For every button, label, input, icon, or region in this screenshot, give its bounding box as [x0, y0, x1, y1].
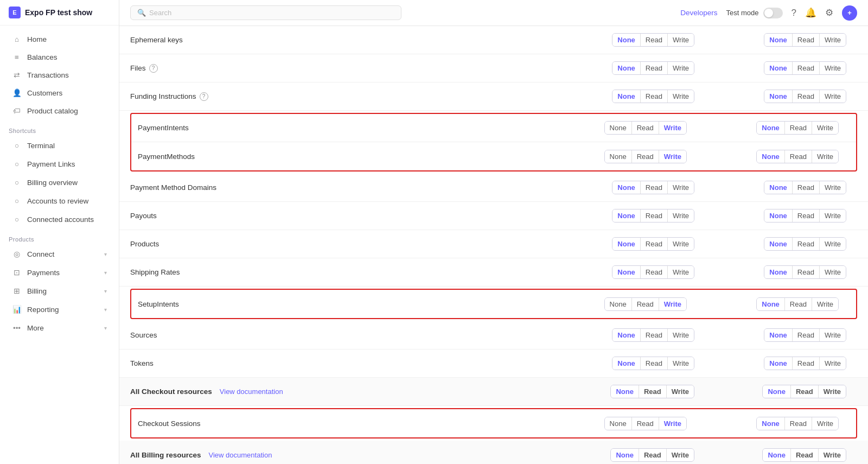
- perm-selector-col1-payment-intents[interactable]: None Read Write: [604, 121, 687, 135]
- perm-none[interactable]: None: [757, 150, 784, 163]
- perm-selector-col2-tokens[interactable]: None Read Write: [764, 357, 846, 370]
- perm-write[interactable]: Write: [659, 150, 686, 163]
- perm-read[interactable]: Read: [639, 385, 666, 398]
- perm-read[interactable]: Read: [790, 385, 818, 398]
- perm-selector-col1-ephemeral-keys[interactable]: None Read Write: [612, 33, 694, 47]
- perm-read[interactable]: Read: [640, 62, 667, 74]
- perm-write[interactable]: Write: [667, 238, 694, 250]
- avatar[interactable]: +: [842, 5, 857, 21]
- perm-none[interactable]: None: [612, 266, 640, 278]
- developers-link[interactable]: Developers: [680, 9, 717, 17]
- sidebar-item-home[interactable]: ⌂ Home: [3, 30, 116, 48]
- perm-selector-col1-tokens[interactable]: None Read Write: [612, 357, 694, 370]
- perm-read[interactable]: Read: [640, 238, 667, 250]
- perm-selector-col1-funding[interactable]: None Read Write: [612, 90, 694, 103]
- perm-read[interactable]: Read: [792, 34, 819, 46]
- perm-read[interactable]: Read: [640, 181, 667, 194]
- sidebar-item-payment-links[interactable]: ○ Payment Links: [3, 155, 116, 173]
- perm-read[interactable]: Read: [640, 329, 667, 341]
- perm-none[interactable]: None: [764, 62, 792, 74]
- sidebar-item-transactions[interactable]: ⇄ Transactions: [3, 66, 116, 84]
- perm-write[interactable]: Write: [812, 122, 838, 134]
- perm-none[interactable]: None: [605, 150, 631, 163]
- perm-none[interactable]: None: [757, 122, 784, 134]
- perm-none[interactable]: None: [764, 329, 792, 341]
- perm-write[interactable]: Write: [667, 34, 694, 46]
- perm-selector-col1-files[interactable]: None Read Write: [612, 61, 694, 75]
- perm-read[interactable]: Read: [640, 266, 667, 278]
- perm-write[interactable]: Write: [667, 209, 694, 222]
- settings-icon[interactable]: ⚙: [825, 7, 833, 18]
- perm-none[interactable]: None: [764, 357, 792, 370]
- app-logo[interactable]: E Expo FP test show: [0, 0, 119, 26]
- perm-write[interactable]: Write: [812, 150, 838, 163]
- perm-write[interactable]: Write: [659, 122, 686, 134]
- perm-write[interactable]: Write: [819, 181, 846, 194]
- perm-write[interactable]: Write: [812, 417, 838, 430]
- perm-selector-col1-checkout-sessions[interactable]: None Read Write: [604, 417, 687, 430]
- perm-none[interactable]: None: [764, 209, 792, 222]
- perm-read[interactable]: Read: [640, 357, 667, 370]
- perm-write[interactable]: Write: [818, 385, 846, 398]
- sidebar-item-terminal[interactable]: ○ Terminal: [3, 137, 116, 154]
- perm-read[interactable]: Read: [639, 449, 666, 461]
- help-icon[interactable]: ?: [792, 8, 796, 18]
- perm-none[interactable]: None: [612, 181, 640, 194]
- perm-none[interactable]: None: [612, 329, 640, 341]
- perm-write[interactable]: Write: [818, 449, 846, 461]
- perm-none[interactable]: None: [612, 238, 640, 250]
- perm-none[interactable]: None: [605, 298, 631, 310]
- perm-read[interactable]: Read: [792, 238, 819, 250]
- perm-selector-col1-payment-methods[interactable]: None Read Write: [604, 150, 687, 163]
- perm-write[interactable]: Write: [819, 238, 846, 250]
- perm-write[interactable]: Write: [819, 357, 846, 370]
- perm-selector-col2-products[interactable]: None Read Write: [764, 237, 846, 251]
- files-help-icon[interactable]: ?: [149, 64, 158, 73]
- perm-selector-col2-setup-intents[interactable]: None Read Write: [756, 297, 839, 311]
- funding-help-icon[interactable]: ?: [200, 92, 208, 101]
- perm-read[interactable]: Read: [640, 90, 667, 103]
- perm-read[interactable]: Read: [631, 122, 659, 134]
- billing-view-docs-link[interactable]: View documentation: [209, 451, 272, 459]
- perm-none[interactable]: None: [764, 34, 792, 46]
- perm-write[interactable]: Write: [819, 329, 846, 341]
- perm-none[interactable]: None: [611, 449, 639, 461]
- perm-write[interactable]: Write: [819, 90, 846, 103]
- perm-selector-col2-billing-all[interactable]: None Read Write: [762, 448, 846, 462]
- perm-read[interactable]: Read: [631, 417, 659, 430]
- perm-write[interactable]: Write: [667, 90, 694, 103]
- sidebar-item-accounts-review[interactable]: ○ Accounts to review: [3, 192, 116, 209]
- perm-write[interactable]: Write: [659, 417, 686, 430]
- sidebar-item-reporting[interactable]: 📊 Reporting ▾: [3, 301, 116, 318]
- perm-read[interactable]: Read: [784, 122, 812, 134]
- perm-selector-col1-shipping-rates[interactable]: None Read Write: [612, 265, 694, 279]
- perm-selector-col1-products[interactable]: None Read Write: [612, 237, 694, 251]
- perm-none[interactable]: None: [763, 449, 790, 461]
- perm-write[interactable]: Write: [819, 209, 846, 222]
- perm-read[interactable]: Read: [792, 329, 819, 341]
- perm-none[interactable]: None: [605, 122, 631, 134]
- perm-read[interactable]: Read: [631, 150, 659, 163]
- notifications-icon[interactable]: 🔔: [805, 7, 816, 18]
- perm-none[interactable]: None: [612, 62, 640, 74]
- perm-write[interactable]: Write: [819, 266, 846, 278]
- perm-selector-col1-pmd[interactable]: None Read Write: [612, 181, 694, 194]
- perm-read[interactable]: Read: [792, 62, 819, 74]
- perm-none[interactable]: None: [612, 209, 640, 222]
- perm-selector-col2-payment-methods[interactable]: None Read Write: [756, 150, 839, 163]
- perm-write[interactable]: Write: [667, 266, 694, 278]
- perm-none[interactable]: None: [605, 417, 631, 430]
- sidebar-item-billing[interactable]: ⊞ Billing ▾: [3, 282, 116, 300]
- perm-selector-col1-setup-intents[interactable]: None Read Write: [604, 297, 687, 311]
- perm-selector-col2-ephemeral-keys[interactable]: None Read Write: [764, 33, 846, 47]
- perm-selector-col1-billing-all[interactable]: None Read Write: [610, 448, 694, 462]
- perm-none[interactable]: None: [764, 90, 792, 103]
- perm-selector-col1-payouts[interactable]: None Read Write: [612, 209, 694, 223]
- sidebar-item-more[interactable]: ••• More ▾: [3, 319, 116, 336]
- perm-read[interactable]: Read: [792, 181, 819, 194]
- perm-write[interactable]: Write: [667, 181, 694, 194]
- search-bar[interactable]: 🔍 Search: [130, 5, 401, 20]
- perm-selector-col1-checkout-all[interactable]: None Read Write: [610, 385, 694, 398]
- perm-read[interactable]: Read: [792, 266, 819, 278]
- perm-selector-col2-pmd[interactable]: None Read Write: [764, 181, 846, 194]
